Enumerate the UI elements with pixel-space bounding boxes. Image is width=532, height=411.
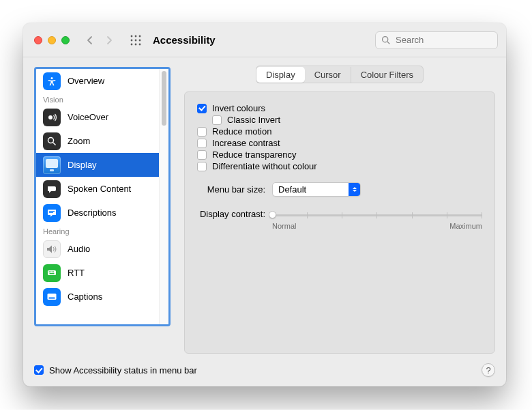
sidebar-item-audio[interactable]: Audio — [36, 237, 159, 261]
svg-point-4 — [135, 39, 137, 41]
sidebar-item-captions[interactable]: Captions — [36, 285, 159, 309]
tab-segmented-control[interactable]: Display Cursor Colour Filters — [256, 66, 424, 83]
diff-without-colour-checkbox[interactable] — [197, 162, 207, 171]
svg-point-8 — [139, 43, 141, 45]
sidebar-label: VoiceOver — [68, 112, 108, 122]
footer: Show Accessibility status in menu bar ? — [23, 358, 506, 386]
sidebar-label: Captions — [68, 292, 102, 302]
show-status-row[interactable]: Show Accessibility status in menu bar — [34, 365, 197, 375]
reduce-transparency-label: Reduce transparency — [212, 150, 297, 160]
svg-line-10 — [387, 42, 389, 44]
show-status-label: Show Accessibility status in menu bar — [49, 365, 197, 375]
sidebar-item-overview[interactable]: Overview — [36, 69, 159, 93]
zoom-icon — [43, 132, 61, 150]
reduce-motion-checkbox[interactable] — [197, 127, 207, 137]
classic-invert-row[interactable]: Classic Invert — [212, 115, 482, 125]
tab-display[interactable]: Display — [256, 67, 305, 83]
sidebar-section-hearing: Hearing — [36, 225, 159, 237]
rtt-icon — [43, 264, 61, 282]
diff-without-colour-label: Differentiate without colour — [212, 161, 317, 171]
invert-colours-checkbox[interactable] — [197, 104, 207, 113]
window-controls — [34, 36, 70, 44]
svg-rect-17 — [48, 270, 56, 275]
menu-bar-size-label: Menu bar size: — [197, 184, 265, 195]
close-window-button[interactable] — [34, 36, 42, 44]
svg-rect-18 — [49, 271, 50, 272]
diff-without-colour-row[interactable]: Differentiate without colour — [197, 161, 482, 171]
svg-point-6 — [131, 43, 133, 45]
sidebar-item-voiceover[interactable]: VoiceOver — [36, 105, 159, 129]
sidebar-label: Descriptions — [68, 208, 117, 218]
sidebar-label: Spoken Content — [68, 184, 131, 194]
search-icon — [381, 36, 390, 44]
slider-knob[interactable] — [269, 211, 276, 218]
invert-colours-label: Invert colours — [212, 103, 265, 113]
sidebar-item-spoken-content[interactable]: Spoken Content — [36, 177, 159, 201]
preferences-window: Accessibility Overview V — [23, 23, 506, 386]
sidebar-label: Audio — [68, 244, 90, 254]
settings-content: Display Cursor Colour Filters Invert col… — [184, 67, 495, 354]
svg-point-2 — [139, 35, 141, 37]
display-contrast-label: Display contrast: — [197, 209, 265, 219]
sidebar-item-zoom[interactable]: Zoom — [36, 129, 159, 153]
category-list[interactable]: Overview Vision VoiceOver — [36, 69, 159, 324]
display-settings-panel: Invert colours Classic Invert Reduce mot… — [184, 91, 495, 354]
menu-bar-size-value: Default — [278, 184, 306, 195]
svg-point-5 — [139, 39, 141, 41]
scrollbar-thumb[interactable] — [162, 71, 166, 126]
show-all-button[interactable] — [127, 33, 145, 48]
display-contrast-slider[interactable] — [272, 210, 482, 220]
tab-cursor[interactable]: Cursor — [305, 67, 351, 83]
svg-rect-16 — [49, 212, 53, 213]
display-contrast-row: Display contrast: Normal Maximum — [197, 208, 482, 230]
svg-point-3 — [131, 39, 133, 41]
sidebar-item-descriptions[interactable]: Descriptions — [36, 201, 159, 225]
svg-point-7 — [135, 43, 137, 45]
descriptions-icon — [43, 204, 61, 222]
classic-invert-checkbox[interactable] — [212, 115, 222, 125]
reduce-transparency-checkbox[interactable] — [197, 150, 207, 160]
svg-rect-20 — [52, 271, 53, 272]
sidebar-scrollbar[interactable] — [159, 69, 168, 324]
svg-point-9 — [383, 37, 388, 42]
sidebar-item-display[interactable]: Display — [36, 153, 159, 177]
sidebar-label: Zoom — [68, 136, 90, 146]
reduce-motion-row[interactable]: Reduce motion — [197, 126, 482, 137]
captions-icon — [43, 288, 61, 306]
back-button[interactable] — [82, 33, 98, 48]
svg-rect-15 — [49, 211, 55, 212]
show-status-checkbox[interactable] — [34, 365, 44, 375]
svg-rect-19 — [50, 271, 52, 272]
menu-bar-size-row: Menu bar size: Default — [197, 182, 482, 197]
sidebar-label: Overview — [68, 76, 104, 86]
help-button[interactable]: ? — [482, 363, 495, 377]
sidebar-item-rtt[interactable]: RTT — [36, 261, 159, 285]
menu-bar-size-select[interactable]: Default — [272, 182, 361, 197]
slider-max-label: Maximum — [449, 222, 482, 230]
spoken-content-icon — [43, 180, 61, 198]
zoom-window-button[interactable] — [61, 36, 70, 44]
classic-invert-label: Classic Invert — [227, 115, 280, 125]
svg-rect-23 — [48, 294, 57, 300]
forward-button[interactable] — [101, 33, 117, 48]
accessibility-icon — [43, 72, 61, 90]
svg-rect-22 — [50, 273, 55, 274]
slider-ticks — [272, 212, 482, 218]
invert-colours-row[interactable]: Invert colours — [197, 103, 482, 113]
category-sidebar: Overview Vision VoiceOver — [34, 67, 171, 326]
increase-contrast-row[interactable]: Increase contrast — [197, 138, 482, 148]
increase-contrast-checkbox[interactable] — [197, 139, 207, 148]
increase-contrast-label: Increase contrast — [212, 138, 280, 148]
minimize-window-button[interactable] — [48, 36, 56, 44]
tab-colour-filters[interactable]: Colour Filters — [351, 67, 423, 83]
sidebar-label: Display — [68, 160, 97, 170]
svg-line-14 — [53, 142, 56, 145]
search-field[interactable] — [375, 31, 498, 49]
select-stepper-icon — [349, 183, 360, 196]
sidebar-label: RTT — [68, 268, 85, 278]
search-input[interactable] — [394, 34, 492, 46]
window-title: Accessibility — [153, 34, 216, 46]
reduce-transparency-row[interactable]: Reduce transparency — [197, 150, 482, 160]
svg-point-11 — [51, 77, 53, 79]
sidebar-section-vision: Vision — [36, 93, 159, 105]
